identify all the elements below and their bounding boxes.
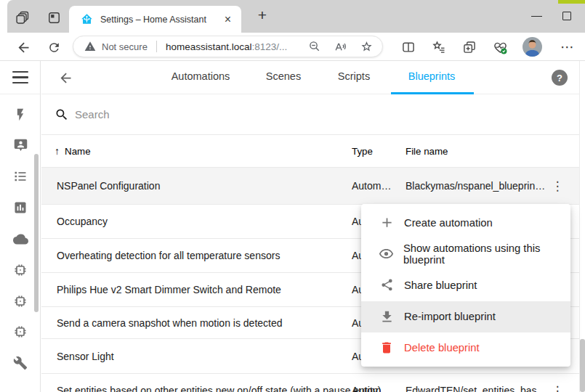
cell-file-name: EdwardTEN/set_entities_bas… bbox=[406, 385, 547, 392]
sidebar-item-cloud[interactable] bbox=[12, 231, 28, 247]
cell-name: NSPanel Configuration bbox=[57, 180, 160, 192]
menu-item-show-automations[interactable]: Show automations using this blueprint bbox=[361, 238, 570, 269]
new-tab-button[interactable]: + bbox=[253, 5, 272, 25]
sidebar-item-todo-lists[interactable] bbox=[12, 168, 28, 184]
browser-tab-bar: Settings – Home Assistant × + bbox=[7, 0, 585, 33]
cell-name: Occupancy bbox=[57, 216, 108, 227]
warning-icon[interactable] bbox=[84, 41, 96, 52]
zoom-out-icon[interactable] bbox=[308, 40, 321, 53]
column-header-file-name[interactable]: File name bbox=[406, 146, 448, 157]
sidebar-menu-icon[interactable] bbox=[12, 71, 28, 83]
desktop-background-sliver bbox=[558, 0, 585, 4]
table-row-nspanel-configuration[interactable]: NSPanel Configuration Autom… Blackymas/n… bbox=[41, 168, 579, 205]
back-icon[interactable] bbox=[14, 38, 33, 57]
cell-name: Philips Hue v2 Smart Dimmer Switch and R… bbox=[57, 284, 281, 295]
download-icon bbox=[379, 309, 395, 324]
sidebar-scrollbar[interactable] bbox=[34, 154, 39, 312]
share-icon bbox=[379, 277, 395, 293]
window-maximize-button[interactable] bbox=[557, 7, 577, 25]
favorite-star-icon[interactable] bbox=[360, 40, 374, 54]
sidebar-item-developer-tools[interactable] bbox=[12, 355, 28, 371]
tab-blueprints[interactable]: Blueprints bbox=[408, 70, 455, 82]
table-header: ↑ Name Type File name bbox=[41, 135, 579, 168]
settings-header: Automations Scenes Scripts Blueprints ? bbox=[41, 61, 579, 94]
menu-item-label: Show automations using this blueprint bbox=[403, 242, 570, 266]
sidebar-item-device-1[interactable] bbox=[12, 262, 28, 278]
menu-item-delete-blueprint[interactable]: Delete blueprint bbox=[361, 332, 570, 364]
url-host: homeassistant.local bbox=[166, 41, 252, 52]
menu-item-label: Create automation bbox=[404, 217, 493, 229]
sidebar bbox=[0, 61, 41, 392]
browser-tab-settings-home-assistant[interactable]: Settings – Home Assistant × bbox=[69, 6, 241, 33]
row-overflow-icon[interactable]: ⋮ bbox=[549, 381, 565, 392]
sidebar-item-device-3[interactable] bbox=[12, 324, 28, 340]
column-header-name[interactable]: ↑ Name bbox=[55, 145, 91, 157]
content-scrollbar[interactable] bbox=[580, 339, 585, 392]
sidebar-item-device-2[interactable] bbox=[12, 293, 28, 309]
search-icon bbox=[55, 107, 69, 122]
search-input[interactable] bbox=[75, 108, 366, 121]
split-screen-icon[interactable] bbox=[399, 38, 418, 57]
read-aloud-icon[interactable] bbox=[334, 40, 347, 54]
tab-actions-icon[interactable] bbox=[46, 9, 62, 25]
row-overflow-icon[interactable]: ⋮ bbox=[549, 176, 565, 195]
more-menu-icon[interactable]: ⋯ bbox=[557, 36, 578, 57]
menu-item-label: Delete blueprint bbox=[404, 342, 480, 354]
tab-automations[interactable]: Automations bbox=[172, 70, 230, 82]
security-label: Not secure bbox=[102, 41, 148, 52]
cell-name: Set entities based on other entities new… bbox=[57, 385, 381, 392]
browser-essentials-icon[interactable] bbox=[491, 38, 509, 57]
sidebar-item-history[interactable] bbox=[12, 200, 28, 216]
sort-asc-icon: ↑ bbox=[55, 145, 60, 157]
sidebar-item-assist[interactable] bbox=[12, 137, 28, 153]
column-header-type[interactable]: Type bbox=[352, 146, 373, 157]
cell-name: Overheating detection for all temperatur… bbox=[57, 250, 280, 261]
tab-scripts[interactable]: Scripts bbox=[338, 70, 370, 82]
menu-item-label: Re-import blueprint bbox=[404, 311, 496, 322]
search-bar bbox=[41, 94, 579, 135]
ha-back-icon[interactable] bbox=[57, 69, 74, 86]
workspaces-icon[interactable] bbox=[15, 9, 31, 25]
menu-item-share-blueprint[interactable]: Share blueprint bbox=[361, 269, 570, 301]
tab-close-icon[interactable]: × bbox=[223, 13, 233, 26]
help-icon[interactable]: ? bbox=[552, 70, 568, 86]
cell-file-name: Blackymas/nspanel_blueprin… bbox=[406, 180, 545, 192]
trash-icon bbox=[379, 340, 395, 356]
table-row-set-entities[interactable]: Set entities based on other entities new… bbox=[41, 374, 579, 392]
blueprint-context-menu: Create automation Show automations using… bbox=[361, 204, 570, 367]
tab-title: Settings – Home Assistant bbox=[100, 15, 219, 25]
address-bar[interactable]: Not secure homeassistant.local:8123/... bbox=[73, 36, 383, 57]
browser-toolbar: Not secure homeassistant.local:8123/... bbox=[0, 33, 585, 61]
cell-type: Autom… bbox=[352, 385, 391, 392]
favorites-hub-icon[interactable] bbox=[429, 38, 448, 57]
menu-item-label: Share blueprint bbox=[404, 279, 477, 291]
cell-name: Send a camera snapshot when motion is de… bbox=[57, 317, 283, 329]
plus-icon bbox=[379, 215, 395, 231]
sidebar-item-energy[interactable] bbox=[12, 107, 28, 123]
menu-item-reimport-blueprint[interactable]: Re-import blueprint bbox=[361, 301, 570, 332]
menu-item-create-automation[interactable]: Create automation bbox=[361, 207, 570, 238]
refresh-icon[interactable] bbox=[44, 38, 63, 57]
collections-icon[interactable] bbox=[460, 38, 479, 57]
profile-avatar[interactable] bbox=[523, 37, 542, 57]
column-name-label: Name bbox=[65, 146, 91, 157]
home-assistant-favicon bbox=[81, 13, 93, 25]
eye-icon bbox=[379, 246, 394, 262]
address-divider bbox=[156, 41, 157, 52]
cell-name: Sensor Light bbox=[57, 351, 114, 362]
window-minimize-button[interactable] bbox=[526, 7, 546, 25]
browser-window: Settings – Home Assistant × + Not secur bbox=[0, 0, 585, 392]
cell-type: Autom… bbox=[352, 180, 391, 192]
url-path: :8123/... bbox=[251, 41, 287, 52]
url-text[interactable]: homeassistant.local:8123/... bbox=[166, 41, 287, 52]
tab-scenes[interactable]: Scenes bbox=[266, 70, 301, 82]
